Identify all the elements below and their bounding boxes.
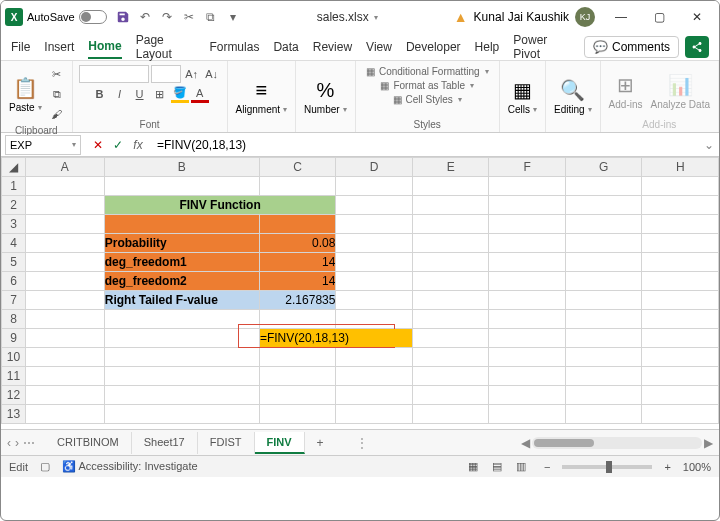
row-header[interactable]: 3 — [2, 215, 26, 234]
formula-input[interactable] — [151, 138, 699, 152]
tab-help[interactable]: Help — [475, 36, 500, 58]
tab-review[interactable]: Review — [313, 36, 352, 58]
col-header-B[interactable]: B — [104, 158, 259, 177]
filename-area[interactable]: sales.xlsx ▾ — [245, 10, 450, 24]
zoom-out-button[interactable]: − — [544, 461, 550, 473]
zoom-level[interactable]: 100% — [683, 461, 711, 473]
col-header-E[interactable]: E — [412, 158, 489, 177]
col-header-H[interactable]: H — [642, 158, 719, 177]
dropdown-icon[interactable]: ▾ — [225, 9, 241, 25]
cell-B7[interactable]: Right Tailed F-value — [104, 291, 259, 310]
save-icon[interactable] — [115, 9, 131, 25]
copy-icon[interactable]: ⧉ — [203, 9, 219, 25]
row-header[interactable]: 2 — [2, 196, 26, 215]
worksheet-grid[interactable]: ◢ A B C D E F G H 1 2FINV Function 3 4Pr… — [1, 157, 719, 429]
name-box[interactable]: EXP ▾ — [5, 135, 81, 155]
format-as-table-button[interactable]: ▦Format as Table▾ — [376, 79, 478, 92]
tab-developer[interactable]: Developer — [406, 36, 461, 58]
cell-C7[interactable]: 2.167835 — [259, 291, 336, 310]
row-header[interactable]: 6 — [2, 272, 26, 291]
add-sheet-button[interactable]: + — [307, 432, 334, 454]
tab-formulas[interactable]: Formulas — [209, 36, 259, 58]
fx-button[interactable]: fx — [129, 136, 147, 154]
sheet-nav-prev[interactable]: ‹ — [7, 436, 11, 450]
select-all-button[interactable]: ◢ — [2, 158, 26, 177]
scroll-left-button[interactable]: ◀ — [521, 436, 530, 450]
redo-icon[interactable]: ↷ — [159, 9, 175, 25]
row-header[interactable]: 8 — [2, 310, 26, 329]
font-family-select[interactable] — [79, 65, 149, 83]
tab-insert[interactable]: Insert — [44, 36, 74, 58]
cell-C3[interactable] — [259, 215, 336, 234]
comments-button[interactable]: 💬 Comments — [584, 36, 679, 58]
horizontal-scrollbar[interactable] — [532, 437, 702, 449]
cell-B4[interactable]: Probability — [104, 234, 259, 253]
editing-button[interactable]: 🔍 Editing▾ — [552, 76, 594, 117]
col-header-C[interactable]: C — [259, 158, 336, 177]
increase-font-button[interactable]: A↑ — [183, 65, 201, 83]
row-header[interactable]: 4 — [2, 234, 26, 253]
row-header[interactable]: 13 — [2, 405, 26, 424]
italic-button[interactable]: I — [111, 85, 129, 103]
sheet-tab-critbinom[interactable]: CRITBINOM — [45, 432, 132, 454]
tab-page-layout[interactable]: Page Layout — [136, 29, 196, 65]
cells-button[interactable]: ▦ Cells▾ — [506, 76, 539, 117]
cut-button[interactable]: ✂ — [48, 65, 66, 83]
cell-styles-button[interactable]: ▦Cell Styles▾ — [389, 93, 466, 106]
share-button[interactable] — [685, 36, 709, 58]
underline-button[interactable]: U — [131, 85, 149, 103]
accessibility-status[interactable]: ♿ Accessibility: Investigate — [62, 460, 198, 473]
page-break-view-button[interactable]: ▥ — [510, 458, 532, 476]
avatar[interactable]: KJ — [575, 7, 595, 27]
page-layout-view-button[interactable]: ▤ — [486, 458, 508, 476]
close-button[interactable]: ✕ — [679, 3, 715, 31]
row-header[interactable]: 10 — [2, 348, 26, 367]
row-header[interactable]: 9 — [2, 329, 26, 348]
minimize-button[interactable]: — — [603, 3, 639, 31]
col-header-D[interactable]: D — [336, 158, 413, 177]
enter-formula-button[interactable]: ✓ — [109, 136, 127, 154]
cell-C9-editing[interactable]: =FINV(20,18,13) — [259, 329, 412, 348]
zoom-slider[interactable] — [562, 465, 652, 469]
font-size-select[interactable] — [151, 65, 181, 83]
warning-icon[interactable]: ▲ — [454, 9, 468, 25]
expand-formula-bar-button[interactable]: ⌄ — [699, 138, 719, 152]
row-header[interactable]: 7 — [2, 291, 26, 310]
conditional-formatting-button[interactable]: ▦Conditional Formatting▾ — [362, 65, 493, 78]
toggle-off-icon[interactable] — [79, 10, 107, 24]
col-header-G[interactable]: G — [565, 158, 642, 177]
cell-C4[interactable]: 0.08 — [259, 234, 336, 253]
sheet-tab-sheet17[interactable]: Sheet17 — [132, 432, 198, 454]
row-header[interactable]: 11 — [2, 367, 26, 386]
cell-B3[interactable] — [104, 215, 259, 234]
sheet-tab-fdist[interactable]: FDIST — [198, 432, 255, 454]
font-color-button[interactable]: A — [191, 85, 209, 103]
addins-button[interactable]: ⊞ Add-ins — [607, 71, 645, 112]
cut-icon[interactable]: ✂ — [181, 9, 197, 25]
bold-button[interactable]: B — [91, 85, 109, 103]
sheet-nav-more[interactable]: ⋯ — [23, 436, 35, 450]
cell-B6[interactable]: deg_freedom2 — [104, 272, 259, 291]
scroll-right-button[interactable]: ▶ — [704, 436, 713, 450]
macro-record-icon[interactable]: ▢ — [40, 460, 50, 473]
paste-button[interactable]: 📋 Paste▾ — [7, 74, 44, 115]
tab-data[interactable]: Data — [273, 36, 298, 58]
fill-color-button[interactable]: 🪣 — [171, 85, 189, 103]
border-button[interactable]: ⊞ — [151, 85, 169, 103]
zoom-in-button[interactable]: + — [664, 461, 670, 473]
tab-file[interactable]: File — [11, 36, 30, 58]
tab-home[interactable]: Home — [88, 35, 121, 59]
tab-power-pivot[interactable]: Power Pivot — [513, 29, 570, 65]
maximize-button[interactable]: ▢ — [641, 3, 677, 31]
decrease-font-button[interactable]: A↓ — [203, 65, 221, 83]
copy-button[interactable]: ⧉ — [48, 85, 66, 103]
cell-C6[interactable]: 14 — [259, 272, 336, 291]
col-header-A[interactable]: A — [26, 158, 105, 177]
analyze-data-button[interactable]: 📊 Analyze Data — [649, 71, 712, 112]
cancel-formula-button[interactable]: ✕ — [89, 136, 107, 154]
row-header[interactable]: 1 — [2, 177, 26, 196]
cell-B2[interactable]: FINV Function — [104, 196, 336, 215]
row-header[interactable]: 5 — [2, 253, 26, 272]
number-button[interactable]: % Number▾ — [302, 77, 349, 117]
autosave-toggle[interactable]: AutoSave — [27, 10, 107, 24]
